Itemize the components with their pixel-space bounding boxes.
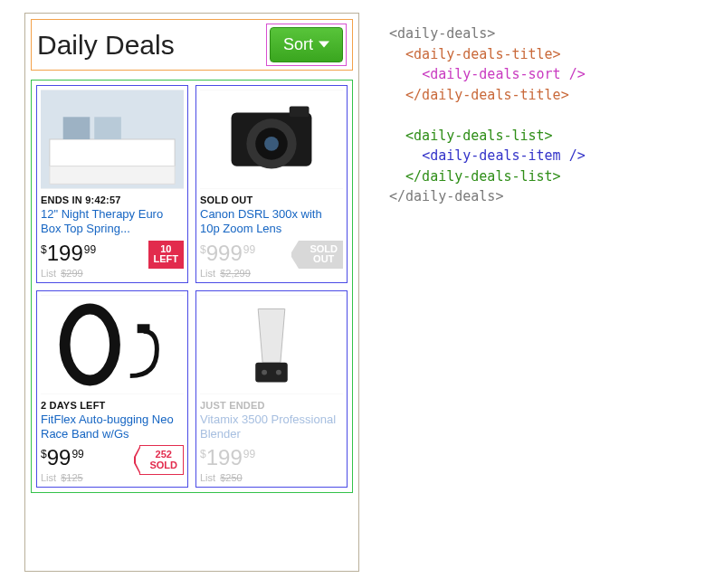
svg-rect-10 <box>290 106 310 117</box>
product-image <box>41 90 184 189</box>
daily-deals-sort: Sort <box>266 24 347 66</box>
daily-deals-item[interactable]: SOLD OUT Canon DSRL 300x with 10p Zoom L… <box>195 85 348 283</box>
svg-rect-15 <box>255 362 288 382</box>
product-image <box>200 90 343 189</box>
price: $ 199 99 <box>41 241 96 266</box>
svg-rect-3 <box>63 117 90 139</box>
blender-icon <box>200 295 343 394</box>
price: $ 999 99 <box>200 241 255 266</box>
svg-rect-13 <box>138 324 150 333</box>
svg-point-16 <box>262 369 267 375</box>
list-price: List $2,299 <box>200 268 255 279</box>
daily-deals-item[interactable]: 2 DAYS LEFT FitFlex Auto-bugging Neo Rac… <box>36 290 188 488</box>
daily-deals-list: ENDS IN 9:42:57 12" Night Therapy Euro B… <box>31 80 353 493</box>
svg-rect-2 <box>50 166 175 185</box>
daily-deals-title: Daily Deals Sort <box>31 19 353 71</box>
sold-count-badge: 252 SOLD <box>139 445 184 475</box>
price-row: $ 199 99 List $250 <box>200 445 343 483</box>
price-row: $ 199 99 List $299 10 LEFT <box>41 241 184 279</box>
list-price: List $299 <box>41 268 96 279</box>
sort-label: Sort <box>283 35 313 54</box>
list-price: List $125 <box>41 472 84 483</box>
fitness-band-icon <box>41 295 184 394</box>
daily-deals-item[interactable]: ENDS IN 9:42:57 12" Night Therapy Euro B… <box>36 85 188 283</box>
price-row: $ 999 99 List $2,299 SOLD OUT <box>200 241 343 279</box>
chevron-down-icon <box>319 35 329 54</box>
status-text: JUST ENDED <box>200 400 343 411</box>
stock-badge: 10 LEFT <box>148 241 185 269</box>
product-name: 12" Night Therapy Euro Box Top Spring... <box>41 207 184 237</box>
daily-deals: Daily Deals Sort ENDS IN 9:42:57 12" Nig… <box>24 13 359 572</box>
daily-deals-item[interactable]: JUST ENDED Vitamix 3500 Professional Ble… <box>195 290 348 488</box>
svg-point-17 <box>276 369 281 375</box>
product-name: FitFlex Auto-bugging Neo Race Band w/Gs <box>41 413 184 442</box>
product-image <box>41 295 184 394</box>
sort-button[interactable]: Sort <box>270 27 343 62</box>
soldout-badge: SOLD OUT <box>299 241 343 269</box>
status-text: 2 DAYS LEFT <box>41 400 184 411</box>
camera-icon <box>200 90 343 189</box>
product-image <box>200 295 343 394</box>
product-name: Canon DSRL 300x with 10p Zoom Lens <box>200 207 343 237</box>
svg-rect-4 <box>94 117 121 139</box>
price: $ 99 99 <box>41 445 84 470</box>
status-text: ENDS IN 9:42:57 <box>41 194 184 205</box>
svg-rect-1 <box>50 139 175 166</box>
svg-point-9 <box>264 137 279 151</box>
mattress-icon <box>41 90 184 189</box>
product-name: Vitamix 3500 Professional Blender <box>200 413 343 442</box>
status-text: SOLD OUT <box>200 194 343 205</box>
price-row: $ 99 99 List $125 252 SOLD <box>41 445 184 483</box>
heading: Daily Deals <box>37 30 175 61</box>
code-sample: <daily-deals> <daily-deals-title> <daily… <box>389 24 586 207</box>
list-price: List $250 <box>200 472 255 483</box>
price: $ 199 99 <box>200 445 255 470</box>
